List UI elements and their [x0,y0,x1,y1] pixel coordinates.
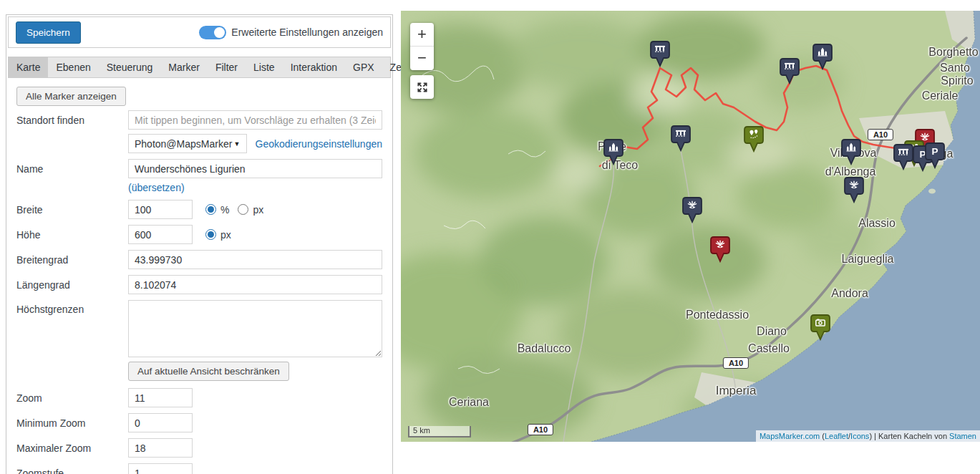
field-row-zoomstufe: Zoomstufe [16,463,382,474]
map-place-label: Santo [940,62,970,74]
fullscreen-button[interactable] [410,75,434,99]
map-place-label: Badalucco [518,342,571,355]
map-canvas[interactable]: BorghettoSantoSpiritoCerialeVillanovad'A… [401,11,980,442]
tab-content-karte: Alle Marker anzeigen Standort finden Pho… [8,78,391,474]
attribution-link[interactable]: Stamen [949,432,976,440]
hoehe-unit-px-label: px [220,229,231,241]
laengengrad-label: Längengrad [16,279,128,291]
map-attribution: MapsMarker.com (Leaflet/Icons) | Karten … [756,430,980,442]
max-zoom-label: Maximaler Zoom [16,442,128,454]
zoom-input[interactable] [128,388,193,407]
map-marker-camera[interactable] [810,314,831,341]
geocoder-select[interactable]: Photon@MapsMarker ▼ [128,134,247,153]
map-marker-church[interactable] [840,138,862,165]
hoehe-input[interactable] [128,225,193,244]
breitengrad-label: Breitengrad [16,254,128,266]
map-marker-bridge[interactable] [893,143,914,170]
field-row-max-zoom: Maximaler Zoom [16,438,382,458]
name-label: Name [16,163,128,175]
attribution-link[interactable]: Leaflet [825,432,848,440]
tab-filter[interactable]: Filter [208,57,246,77]
max-zoom-input[interactable] [128,438,193,458]
attribution-link[interactable]: MapsMarker.com [760,432,820,440]
map-marker-church[interactable] [812,43,833,70]
map-marker-bridge[interactable] [649,40,671,67]
map-place-label: Borghetto [928,46,978,59]
breite-label: Breite [16,204,128,216]
map-marker-viewpoint[interactable] [843,176,865,203]
tab-steuerung[interactable]: Steuerung [99,57,161,77]
hoehe-unit-px-radio[interactable] [205,229,216,240]
fullscreen-icon [417,82,428,93]
field-row-breite: Breite % px [16,200,382,219]
breitengrad-input[interactable] [128,250,382,269]
advanced-settings-toggle-label: Erweiterte Einstellungen anzeigen [231,26,383,38]
map-marker-bridge[interactable] [670,125,692,152]
map-marker-church[interactable] [603,138,624,165]
attribution-link[interactable]: Icons [850,432,869,440]
attribution-text: ( [820,432,825,440]
field-row-zoom: Zoom [16,388,382,407]
advanced-settings-toggle[interactable] [199,26,226,39]
geocoder-select-value: Photon@MapsMarker [135,138,232,150]
map-marker-parking[interactable]: P [924,142,946,169]
map-place-label: Castello [748,342,790,355]
show-all-markers-button[interactable]: Alle Marker anzeigen [16,87,126,106]
zoom-in-button[interactable]: + [410,23,434,47]
field-row-hoehe: Höhe px [16,225,382,244]
map-place-label: Spirito [941,74,973,87]
map-place-label: Andora [831,287,868,300]
field-row-breitengrad: Breitengrad [16,250,382,269]
map-place-label: Ceriale [922,90,959,102]
attribution-text: ) | Karten Kacheln von [869,432,949,440]
hoehe-label: Höhe [16,229,128,241]
tab-ebenen[interactable]: Ebenen [48,57,98,77]
tab-interaktion[interactable]: Interaktion [283,57,345,77]
min-zoom-input[interactable] [128,413,193,432]
road-shield-a10: A10 [868,129,893,140]
settings-tabbar: KarteEbenenSteuerungMarkerFilterListeInt… [8,57,391,78]
breite-unit-px-radio[interactable] [238,204,248,215]
tab-marker[interactable]: Marker [160,57,208,77]
map-place-label: Diano [757,325,787,338]
map-marker-viewpoint[interactable] [709,236,731,263]
breite-input[interactable] [128,200,193,219]
advanced-settings-toggle-group: Erweiterte Einstellungen anzeigen [199,26,383,39]
hoechstgrenzen-label: Höchstgrenzen [16,300,128,315]
map-place-label: Pontedassio [686,309,749,321]
restrict-to-view-button[interactable]: Auf aktuelle Ansicht beschränken [128,362,289,381]
field-row-geocoder: Photon@MapsMarker ▼ Geokodierungseinstel… [16,134,382,153]
geocoder-settings-link[interactable]: Geokodierungseinstellungen [256,138,382,150]
map-place-label: Laigueglia [842,253,894,266]
tab-liste[interactable]: Liste [246,57,283,77]
field-row-standort: Standort finden [16,110,382,130]
map-place-label: Imperia [716,384,757,398]
zoom-control: + − [410,23,434,70]
breite-unit-percent-label: % [220,204,229,216]
breite-unit-px-label: px [253,204,263,216]
chevron-down-icon: ▼ [234,140,241,147]
name-input[interactable] [128,159,382,178]
zoom-out-button[interactable]: − [410,47,434,70]
breite-unit-percent-radio[interactable] [205,204,216,215]
page: Speichern Erweiterte Einstellungen anzei… [0,0,980,474]
tab-karte[interactable]: Karte [9,57,48,77]
tab-gpx[interactable]: GPX [345,57,382,77]
road-shield-a10: A10 [528,424,553,435]
map-settings-panel: Speichern Erweiterte Einstellungen anzei… [6,14,393,474]
map-marker-viewpoint[interactable] [681,196,703,223]
save-button[interactable]: Speichern [16,21,81,44]
zoomstufe-input[interactable] [128,463,193,474]
field-row-hoechstgrenzen: Höchstgrenzen [16,300,382,357]
standort-search-input[interactable] [128,110,382,130]
map-marker-bridge[interactable] [779,57,800,84]
min-zoom-label: Minimum Zoom [16,417,128,429]
map-marker-route[interactable] [743,125,765,153]
map-place-label: Alassio [858,217,896,230]
road-shield-a10: A10 [723,357,749,369]
translate-link[interactable]: (übersetzen) [128,182,185,193]
map-scalebar: 5 km [408,426,471,437]
standort-label: Standort finden [16,115,128,126]
laengengrad-input[interactable] [128,275,382,294]
hoechstgrenzen-textarea[interactable] [128,300,382,357]
